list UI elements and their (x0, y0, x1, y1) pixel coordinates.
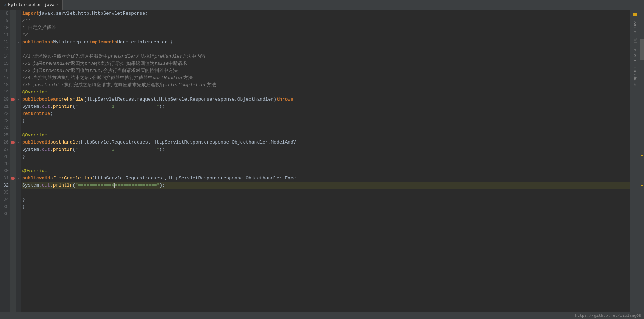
fold-row[interactable] (16, 125, 21, 132)
fold-row[interactable] (16, 203, 21, 211)
fold-row[interactable] (16, 117, 21, 125)
code-line[interactable] (22, 125, 630, 132)
ant-build-panel[interactable]: Ant Build (632, 19, 638, 45)
fold-row[interactable]: ▾ (16, 39, 21, 46)
fold-row[interactable] (16, 46, 21, 53)
code-line[interactable]: @Override (22, 168, 630, 175)
fold-row[interactable] (16, 60, 21, 67)
breakpoint-row[interactable] (10, 196, 16, 203)
code-line[interactable] (22, 46, 630, 53)
breakpoint-row[interactable] (10, 146, 16, 153)
fold-marker[interactable]: ▾ (17, 177, 19, 180)
code-line[interactable]: */ (22, 32, 630, 39)
code-line[interactable]: //2.如果preHandler 返回为true 代表放行请求 如果返回值为fa… (22, 60, 630, 67)
breakpoint-row[interactable] (10, 89, 16, 96)
breakpoint-row[interactable] (10, 110, 16, 117)
fold-row[interactable] (16, 89, 21, 96)
code-line[interactable]: import javax.servlet.http.HttpServletRes… (22, 10, 630, 17)
breakpoint-row[interactable] (10, 139, 16, 146)
fold-row[interactable] (16, 10, 21, 17)
code-line[interactable]: //3.如果preHandler返回值为true,会执行当前请求对应的控制器中方… (22, 67, 630, 74)
fold-row[interactable] (16, 168, 21, 175)
breakpoint-row[interactable] (10, 82, 16, 89)
breakpoint-row[interactable] (10, 153, 16, 160)
breakpoint-row[interactable] (10, 175, 16, 182)
fold-row[interactable] (16, 196, 21, 203)
breakpoint-row[interactable] (10, 74, 16, 82)
code-line[interactable]: public class MyInterceptor implements Ha… (22, 39, 630, 46)
code-area: 8910111213141516171819202122232425262728… (0, 10, 644, 312)
fold-row[interactable] (16, 67, 21, 74)
breakpoint-row[interactable] (10, 53, 16, 60)
code-line[interactable]: } (22, 203, 630, 211)
code-line[interactable]: public boolean preHandle(HttpServletRequ… (22, 96, 630, 103)
breakpoint-row[interactable] (10, 103, 16, 110)
file-tab[interactable]: J MyInterceptor.java × (0, 0, 63, 10)
fold-row[interactable] (16, 182, 21, 189)
code-line[interactable] (22, 160, 630, 168)
breakpoint-row[interactable] (10, 17, 16, 24)
code-line[interactable]: //1.请求经过拦截器会优先进入拦截器中preHandler方法执行preHan… (22, 53, 630, 60)
breakpoint-row[interactable] (10, 132, 16, 139)
fold-row[interactable]: ▾ (16, 96, 21, 103)
code-line[interactable] (22, 211, 630, 218)
breakpoint-row[interactable] (10, 96, 16, 103)
code-line[interactable]: @Override (22, 132, 630, 139)
code-line[interactable]: public void postHandle(HttpServletReques… (22, 139, 630, 146)
fold-row[interactable] (16, 153, 21, 160)
fold-row[interactable] (16, 32, 21, 39)
code-line[interactable]: public void afterCompletion(HttpServletR… (22, 175, 630, 182)
code-line[interactable]: } (22, 153, 630, 160)
breakpoint-row[interactable] (10, 32, 16, 39)
code-line[interactable]: } (22, 117, 630, 125)
code-line[interactable]: } (22, 196, 630, 203)
fold-row[interactable] (16, 53, 21, 60)
breakpoint-row[interactable] (10, 189, 16, 196)
code-editor[interactable]: import javax.servlet.http.HttpServletRes… (21, 10, 630, 312)
breakpoint-row[interactable] (10, 168, 16, 175)
breakpoint-row[interactable] (10, 10, 16, 17)
fold-row[interactable] (16, 24, 21, 32)
close-tab-button[interactable]: × (57, 3, 59, 7)
code-line[interactable]: //4.当控制器方法执行结束之后,会返回拦截器中执行拦截器中postHandle… (22, 74, 630, 82)
breakpoint-row[interactable] (10, 125, 16, 132)
code-line[interactable]: System.out.println("============4=======… (22, 182, 630, 189)
breakpoint-row[interactable] (10, 39, 16, 46)
scroll-thumb[interactable] (640, 39, 644, 60)
breakpoint-row[interactable] (10, 182, 16, 189)
code-line[interactable]: @Override (22, 89, 630, 96)
fold-marker[interactable]: ▾ (17, 98, 19, 102)
code-line[interactable]: /** (22, 17, 630, 24)
code-line[interactable]: //5.posthanlder执行完成之后响应请求,在响应请求完成后会执行aft… (22, 82, 630, 89)
fold-row[interactable] (16, 82, 21, 89)
breakpoint-row[interactable] (10, 160, 16, 168)
breakpoint-row[interactable] (10, 117, 16, 125)
code-line[interactable]: System.out.println("============3=======… (22, 146, 630, 153)
breakpoint-row[interactable] (10, 211, 16, 218)
code-line[interactable]: System.out.println("============1=======… (22, 103, 630, 110)
maven-panel[interactable]: Maven (632, 46, 638, 64)
breakpoint-row[interactable] (10, 24, 16, 32)
fold-marker[interactable]: ▾ (17, 141, 19, 145)
breakpoint-row[interactable] (10, 203, 16, 211)
fold-row[interactable] (16, 189, 21, 196)
database-panel[interactable]: Database (632, 64, 638, 89)
scroll-minimap[interactable] (640, 10, 644, 312)
breakpoint-row[interactable] (10, 46, 16, 53)
code-line[interactable] (22, 189, 630, 196)
fold-row[interactable] (16, 74, 21, 82)
code-line[interactable]: * 自定义拦截器 (22, 24, 630, 32)
code-line[interactable]: return true; (22, 110, 630, 117)
fold-row[interactable] (16, 160, 21, 168)
fold-row[interactable] (16, 132, 21, 139)
fold-row[interactable] (16, 211, 21, 218)
fold-row[interactable]: ▾ (16, 175, 21, 182)
fold-row[interactable]: ▾ (16, 139, 21, 146)
fold-row[interactable] (16, 17, 21, 24)
fold-row[interactable] (16, 110, 21, 117)
fold-row[interactable] (16, 146, 21, 153)
fold-marker[interactable]: ▾ (17, 40, 19, 44)
fold-row[interactable] (16, 103, 21, 110)
breakpoint-row[interactable] (10, 67, 16, 74)
breakpoint-row[interactable] (10, 60, 16, 67)
